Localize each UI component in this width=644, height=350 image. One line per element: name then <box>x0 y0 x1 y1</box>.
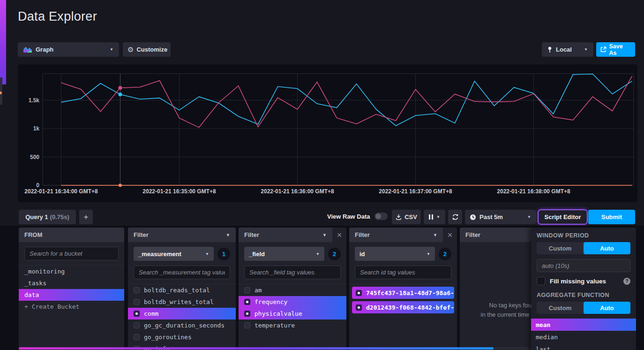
bucket-item[interactable]: + Create Bucket <box>19 301 124 312</box>
view-raw-data-label: View Raw Data <box>327 213 370 220</box>
chevron-down-icon: ▼ <box>205 252 209 256</box>
visualization-type-label: Graph <box>36 46 53 53</box>
id-item[interactable]: 745fc437-18a1-48d7-98a6-7… <box>352 287 454 299</box>
measurement-search-input[interactable] <box>134 266 230 279</box>
checkbox-icon <box>134 322 140 328</box>
script-editor-button[interactable]: Script Editor <box>538 210 587 224</box>
checkbox-icon <box>356 304 362 311</box>
line-chart[interactable]: 05001k1.5k2022-01-21 16:34:00 GMT+82022-… <box>18 64 637 202</box>
query-options-panel: WINDOW PERIOD Custom Auto Fill missing v… <box>531 228 636 350</box>
custom-button[interactable]: Custom <box>537 302 584 314</box>
measurement-item[interactable]: boltdb_writes_total <box>128 296 236 308</box>
field-list: am frequency physicalvalue temperature <box>239 284 346 331</box>
chevron-down-icon: ▼ <box>110 47 113 52</box>
aggregate-function-item[interactable]: mean <box>531 319 636 331</box>
local-dropdown[interactable]: Local ▼ <box>542 42 593 57</box>
local-label: Local <box>556 46 572 53</box>
auto-button[interactable]: Auto <box>584 242 630 254</box>
measurement-item[interactable]: comm <box>128 308 236 320</box>
pause-icon <box>429 214 433 220</box>
time-range-dropdown[interactable]: Past 5m ▼ <box>465 210 536 224</box>
filter-header[interactable]: Filter ▼ <box>349 228 443 242</box>
fill-missing-checkbox[interactable] <box>537 277 545 285</box>
filter-header[interactable]: Filter ▼ <box>239 228 332 242</box>
csv-download-button[interactable]: CSV <box>392 210 421 224</box>
field-item[interactable]: frequency <box>239 296 346 308</box>
measurement-item[interactable]: go_gc_duration_seconds <box>128 320 236 331</box>
aggregate-function-item[interactable]: median <box>531 331 636 343</box>
field-item[interactable]: temperature <box>239 320 346 331</box>
gear-icon: ⚙ <box>127 46 134 54</box>
svg-text:2022-01-21 16:37:00 GMT+8: 2022-01-21 16:37:00 GMT+8 <box>379 188 452 195</box>
visualization-type-dropdown[interactable]: Graph ▼ <box>18 42 119 57</box>
view-raw-data-toggle[interactable] <box>374 213 388 220</box>
measurement-item[interactable]: boltdb_reads_total <box>128 284 236 296</box>
selected-count-badge: 2 <box>439 248 451 260</box>
close-icon[interactable]: × <box>332 228 346 242</box>
pin-icon <box>547 46 552 53</box>
checkbox-icon <box>244 322 250 328</box>
bucket-item[interactable]: _tasks <box>19 277 124 289</box>
selected-count-badge: 1 <box>217 248 230 260</box>
checkbox-icon <box>356 290 362 296</box>
checkbox-icon <box>134 287 140 293</box>
chevron-down-icon: ▼ <box>316 252 320 256</box>
svg-text:2022-01-21 16:36:00 GMT+8: 2022-01-21 16:36:00 GMT+8 <box>261 188 334 195</box>
customize-button[interactable]: ⚙ Customize <box>123 42 171 57</box>
aggregate-function-item[interactable]: last <box>531 343 636 350</box>
data-explorer-app: Data Explorer Graph ▼ ⚙ Customize Local … <box>0 0 644 350</box>
tag-key-dropdown[interactable]: id ▼ <box>355 247 435 261</box>
chevron-down-icon: ▼ <box>322 233 327 237</box>
help-icon[interactable]: ? <box>623 278 630 285</box>
filter-panel-id: Filter ▼ × id ▼ 2 745fc437-18a1-48d7-98a… <box>349 228 457 350</box>
id-search-input[interactable] <box>355 266 451 279</box>
bucket-search-input[interactable] <box>24 247 119 260</box>
bucket-item[interactable]: data <box>19 289 124 301</box>
aggregate-mode-toggle: Custom Auto <box>537 302 630 314</box>
chevron-down-icon: ▼ <box>436 215 440 219</box>
selected-count-badge: 2 <box>328 248 341 260</box>
tag-key-dropdown[interactable]: _measurement ▼ <box>134 247 214 261</box>
add-query-button[interactable]: + <box>79 210 93 224</box>
checkbox-icon <box>134 311 140 317</box>
svg-text:2022-01-21 16:34:00 GMT+8: 2022-01-21 16:34:00 GMT+8 <box>24 188 98 195</box>
horizontal-scrollbar-thumb[interactable] <box>19 347 494 350</box>
custom-button[interactable]: Custom <box>537 242 584 254</box>
toggle-knob <box>375 213 381 219</box>
chevron-down-icon: ▼ <box>584 47 588 52</box>
measurement-item[interactable]: go_goroutines <box>128 331 236 343</box>
svg-text:2022-01-21 16:38:00 GMT+8: 2022-01-21 16:38:00 GMT+8 <box>497 188 570 195</box>
chevron-down-icon: ▼ <box>527 215 531 219</box>
aggregate-function-list: mean median last <box>531 319 636 350</box>
field-item[interactable]: physicalvalue <box>239 308 346 320</box>
bucket-item[interactable]: _monitoring <box>19 266 124 277</box>
id-item[interactable]: d2012439-f068-4842-bfef-8… <box>352 301 454 313</box>
pause-button[interactable]: ▼ <box>424 210 445 224</box>
query-tab[interactable]: Query 1 (0.75s) <box>19 210 76 224</box>
submit-button[interactable]: Submit <box>588 210 635 224</box>
field-item[interactable]: am <box>239 284 346 296</box>
field-search-input[interactable] <box>244 266 341 279</box>
refresh-button[interactable] <box>448 210 462 224</box>
auto-button[interactable]: Auto <box>584 302 630 314</box>
measurement-list: boltdb_reads_total boltdb_writes_total c… <box>128 284 236 350</box>
aggregate-function-title: AGGREGATE FUNCTION <box>537 292 630 298</box>
sidebar-nav-item[interactable] <box>0 77 2 105</box>
customize-label: Customize <box>136 46 167 53</box>
save-as-button[interactable]: Save As <box>596 42 635 57</box>
close-icon[interactable]: × <box>443 228 457 242</box>
window-period-input[interactable] <box>537 259 630 272</box>
download-icon <box>396 214 402 220</box>
svg-text:500: 500 <box>30 154 39 160</box>
checkbox-icon <box>244 299 250 305</box>
page-title: Data Explorer <box>18 9 97 24</box>
tag-key-dropdown[interactable]: _field ▼ <box>244 247 324 261</box>
from-panel-header: FROM <box>19 228 124 242</box>
time-range-label: Past 5m <box>479 213 503 221</box>
window-period-title: WINDOW PERIOD <box>537 232 630 239</box>
svg-text:0: 0 <box>36 182 39 189</box>
checkbox-icon <box>134 334 140 340</box>
filter-header[interactable]: Filter ▼ <box>128 228 236 242</box>
horizontal-scrollbar-track[interactable] <box>19 347 529 350</box>
chart-panel: 05001k1.5k2022-01-21 16:34:00 GMT+82022-… <box>18 64 637 202</box>
